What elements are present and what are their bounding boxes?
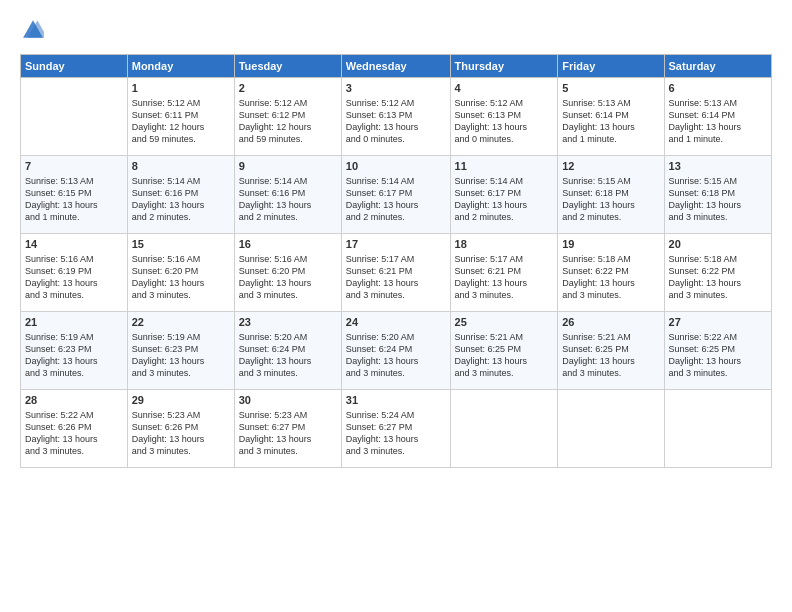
day-info-line: Daylight: 13 hours <box>239 199 337 211</box>
calendar-cell: 11Sunrise: 5:14 AMSunset: 6:17 PMDayligh… <box>450 156 558 234</box>
day-info-line: Sunset: 6:25 PM <box>455 343 554 355</box>
day-info-line: Sunset: 6:25 PM <box>669 343 767 355</box>
day-number: 22 <box>132 315 230 330</box>
day-number: 30 <box>239 393 337 408</box>
day-info-line: Sunrise: 5:15 AM <box>562 175 659 187</box>
day-info-line: Daylight: 13 hours <box>669 121 767 133</box>
day-info-line: Sunset: 6:21 PM <box>455 265 554 277</box>
day-info-line: and 3 minutes. <box>346 367 446 379</box>
day-number: 27 <box>669 315 767 330</box>
day-info-line: Daylight: 13 hours <box>25 199 123 211</box>
calendar-cell: 30Sunrise: 5:23 AMSunset: 6:27 PMDayligh… <box>234 390 341 468</box>
day-info-line: Sunset: 6:27 PM <box>346 421 446 433</box>
day-number: 6 <box>669 81 767 96</box>
calendar-cell: 27Sunrise: 5:22 AMSunset: 6:25 PMDayligh… <box>664 312 771 390</box>
day-info-line: Sunset: 6:19 PM <box>25 265 123 277</box>
day-info-line: Sunset: 6:22 PM <box>669 265 767 277</box>
day-info-line: Sunrise: 5:14 AM <box>239 175 337 187</box>
day-info-line: Sunrise: 5:22 AM <box>25 409 123 421</box>
calendar-cell: 2Sunrise: 5:12 AMSunset: 6:12 PMDaylight… <box>234 78 341 156</box>
day-number: 15 <box>132 237 230 252</box>
day-info-line: Sunrise: 5:23 AM <box>239 409 337 421</box>
day-info-line: Sunrise: 5:13 AM <box>562 97 659 109</box>
day-info-line: Sunrise: 5:14 AM <box>346 175 446 187</box>
col-header-monday: Monday <box>127 55 234 78</box>
day-info-line: Sunset: 6:17 PM <box>455 187 554 199</box>
day-number: 20 <box>669 237 767 252</box>
day-info-line: and 3 minutes. <box>132 367 230 379</box>
day-info-line: Sunset: 6:23 PM <box>132 343 230 355</box>
day-info-line: Sunrise: 5:14 AM <box>132 175 230 187</box>
day-info-line: Sunset: 6:14 PM <box>669 109 767 121</box>
day-number: 18 <box>455 237 554 252</box>
day-info-line: Sunset: 6:21 PM <box>346 265 446 277</box>
day-number: 4 <box>455 81 554 96</box>
calendar-cell: 22Sunrise: 5:19 AMSunset: 6:23 PMDayligh… <box>127 312 234 390</box>
day-info-line: Sunset: 6:18 PM <box>669 187 767 199</box>
day-number: 28 <box>25 393 123 408</box>
day-info-line: and 3 minutes. <box>562 367 659 379</box>
day-info-line: Daylight: 13 hours <box>455 277 554 289</box>
calendar-cell: 9Sunrise: 5:14 AMSunset: 6:16 PMDaylight… <box>234 156 341 234</box>
day-number: 5 <box>562 81 659 96</box>
day-info-line: and 3 minutes. <box>455 289 554 301</box>
day-number: 26 <box>562 315 659 330</box>
day-number: 17 <box>346 237 446 252</box>
day-info-line: Sunset: 6:13 PM <box>346 109 446 121</box>
calendar-cell: 14Sunrise: 5:16 AMSunset: 6:19 PMDayligh… <box>21 234 128 312</box>
day-info-line: Daylight: 13 hours <box>669 199 767 211</box>
day-info-line: and 2 minutes. <box>346 211 446 223</box>
day-info-line: Sunrise: 5:22 AM <box>669 331 767 343</box>
day-info-line: Sunrise: 5:21 AM <box>455 331 554 343</box>
day-info-line: and 0 minutes. <box>346 133 446 145</box>
day-info-line: Sunrise: 5:17 AM <box>455 253 554 265</box>
day-info-line: Sunrise: 5:14 AM <box>455 175 554 187</box>
day-number: 10 <box>346 159 446 174</box>
day-number: 12 <box>562 159 659 174</box>
day-info-line: and 3 minutes. <box>239 445 337 457</box>
calendar-cell <box>558 390 664 468</box>
day-info-line: Sunrise: 5:16 AM <box>239 253 337 265</box>
col-header-saturday: Saturday <box>664 55 771 78</box>
calendar-cell: 20Sunrise: 5:18 AMSunset: 6:22 PMDayligh… <box>664 234 771 312</box>
day-info-line: Daylight: 13 hours <box>455 199 554 211</box>
day-info-line: Sunset: 6:27 PM <box>239 421 337 433</box>
calendar-cell: 31Sunrise: 5:24 AMSunset: 6:27 PMDayligh… <box>341 390 450 468</box>
day-info-line: and 59 minutes. <box>239 133 337 145</box>
col-header-friday: Friday <box>558 55 664 78</box>
day-info-line: Daylight: 13 hours <box>346 277 446 289</box>
calendar-cell: 8Sunrise: 5:14 AMSunset: 6:16 PMDaylight… <box>127 156 234 234</box>
day-number: 2 <box>239 81 337 96</box>
logo <box>20 18 44 44</box>
day-info-line: and 3 minutes. <box>669 211 767 223</box>
calendar-cell: 1Sunrise: 5:12 AMSunset: 6:11 PMDaylight… <box>127 78 234 156</box>
calendar-cell: 24Sunrise: 5:20 AMSunset: 6:24 PMDayligh… <box>341 312 450 390</box>
day-info-line: Sunset: 6:15 PM <box>25 187 123 199</box>
calendar-cell: 15Sunrise: 5:16 AMSunset: 6:20 PMDayligh… <box>127 234 234 312</box>
day-info-line: Sunrise: 5:12 AM <box>455 97 554 109</box>
day-info-line: and 1 minute. <box>25 211 123 223</box>
day-number: 14 <box>25 237 123 252</box>
day-info-line: Daylight: 13 hours <box>562 199 659 211</box>
day-info-line: Daylight: 13 hours <box>132 277 230 289</box>
day-info-line: and 59 minutes. <box>132 133 230 145</box>
day-info-line: and 2 minutes. <box>562 211 659 223</box>
day-info-line: Sunset: 6:16 PM <box>132 187 230 199</box>
day-info-line: Sunrise: 5:16 AM <box>132 253 230 265</box>
day-info-line: Daylight: 13 hours <box>669 355 767 367</box>
day-info-line: and 3 minutes. <box>239 367 337 379</box>
day-info-line: Sunset: 6:13 PM <box>455 109 554 121</box>
week-row-3: 14Sunrise: 5:16 AMSunset: 6:19 PMDayligh… <box>21 234 772 312</box>
day-info-line: Sunset: 6:18 PM <box>562 187 659 199</box>
day-info-line: Daylight: 13 hours <box>346 199 446 211</box>
day-info-line: Sunset: 6:23 PM <box>25 343 123 355</box>
day-info-line: and 3 minutes. <box>132 289 230 301</box>
day-number: 16 <box>239 237 337 252</box>
day-info-line: Sunset: 6:12 PM <box>239 109 337 121</box>
day-info-line: Daylight: 13 hours <box>669 277 767 289</box>
col-header-tuesday: Tuesday <box>234 55 341 78</box>
logo-icon <box>22 18 44 40</box>
day-info-line: Sunset: 6:22 PM <box>562 265 659 277</box>
calendar-cell <box>450 390 558 468</box>
day-number: 11 <box>455 159 554 174</box>
